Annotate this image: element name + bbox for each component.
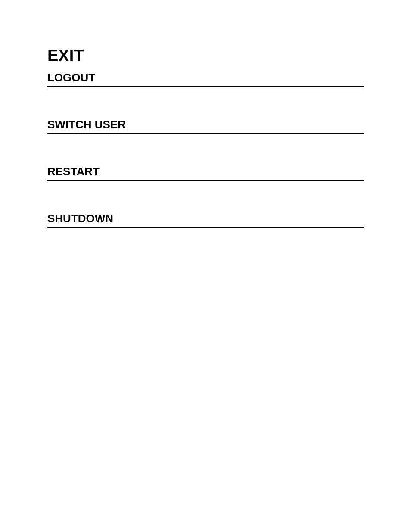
switch-user-button[interactable]: SWITCH USER: [47, 118, 364, 134]
restart-button[interactable]: RESTART: [47, 165, 364, 181]
exit-menu: LOGOUT SWITCH USER RESTART SHUTDOWN: [47, 71, 364, 259]
page-title: EXIT: [47, 47, 364, 65]
logout-button[interactable]: LOGOUT: [47, 71, 364, 87]
shutdown-button[interactable]: SHUTDOWN: [47, 212, 364, 228]
